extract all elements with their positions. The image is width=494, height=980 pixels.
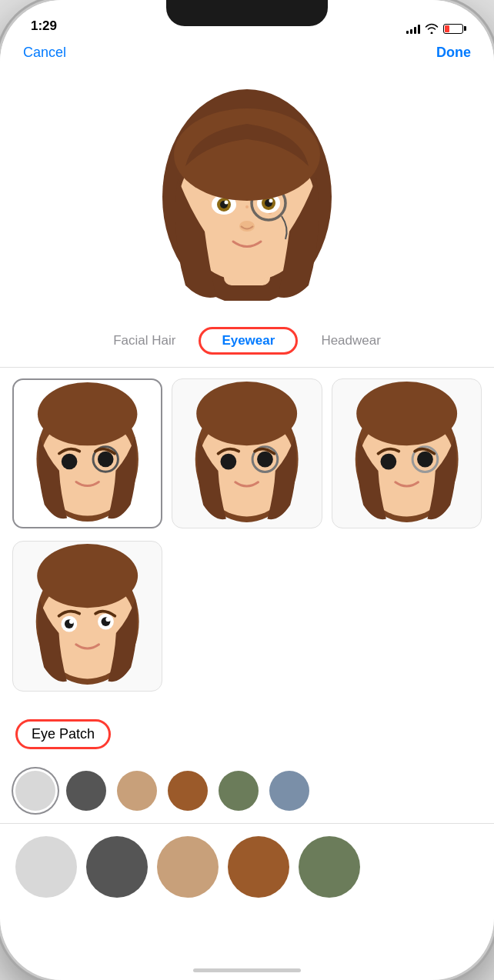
grid-item-monocle-3[interactable] <box>332 378 482 528</box>
color-swatch-dark-gray[interactable] <box>66 771 106 811</box>
bottom-item-1[interactable] <box>15 836 77 898</box>
color-swatch-olive[interactable] <box>219 771 259 811</box>
screen: 1:29 <box>0 0 494 980</box>
home-indicator <box>193 968 301 972</box>
phone-frame: 1:29 <box>0 0 494 980</box>
label-section: Eye Patch <box>0 713 494 758</box>
signal-bar-4 <box>418 25 420 34</box>
svg-point-40 <box>417 452 433 468</box>
grid-item-monocle-selected[interactable] <box>12 378 162 528</box>
tab-bar: Facial Hair Eyewear Headwear <box>0 316 494 368</box>
avatar-area <box>0 70 494 316</box>
bottom-item-4[interactable] <box>228 836 289 898</box>
color-swatch-blue-gray[interactable] <box>269 771 309 811</box>
cancel-button[interactable]: Cancel <box>23 45 66 61</box>
tab-facial-hair[interactable]: Facial Hair <box>90 327 199 355</box>
main-content: 1:29 <box>0 0 494 942</box>
wifi-icon <box>425 23 439 34</box>
svg-point-50 <box>105 617 110 622</box>
svg-point-28 <box>101 455 110 464</box>
svg-point-51 <box>37 544 138 608</box>
grid-memoji-4 <box>13 542 162 690</box>
status-icons <box>406 11 463 34</box>
bottom-item-3[interactable] <box>157 836 219 898</box>
color-picker <box>0 758 494 823</box>
signal-bar-2 <box>410 29 412 34</box>
svg-point-30 <box>38 382 138 445</box>
svg-point-19 <box>269 199 273 203</box>
bottom-item-5[interactable] <box>299 836 360 898</box>
nav-bar: Cancel Done <box>0 38 494 70</box>
color-swatch-tan[interactable] <box>117 771 157 811</box>
color-swatch-light-gray[interactable] <box>15 771 55 811</box>
grid-memoji-1 <box>14 380 161 527</box>
svg-point-9 <box>245 205 249 208</box>
signal-bar-1 <box>406 31 409 34</box>
notch <box>166 0 328 26</box>
svg-point-33 <box>221 454 237 470</box>
grid-memoji-2 <box>172 379 321 528</box>
battery-icon <box>443 24 463 34</box>
memoji-preview <box>147 78 347 301</box>
grid-memoji-3 <box>332 379 481 528</box>
svg-point-26 <box>65 457 74 466</box>
bottom-preview <box>0 823 494 910</box>
grid-section <box>0 368 494 713</box>
memoji-svg <box>147 78 347 301</box>
signal-bars <box>406 23 420 34</box>
svg-point-39 <box>380 454 396 470</box>
avatar-grid-row2 <box>12 541 482 691</box>
svg-point-36 <box>197 382 298 445</box>
svg-point-15 <box>225 201 229 205</box>
grid-item-empty-2 <box>172 541 322 691</box>
svg-point-42 <box>356 382 457 445</box>
done-button[interactable]: Done <box>436 45 471 61</box>
tab-eyewear[interactable]: Eyewear <box>199 327 298 355</box>
battery-fill <box>445 25 449 32</box>
tab-headwear[interactable]: Headwear <box>298 327 404 355</box>
bottom-item-2[interactable] <box>86 836 148 898</box>
eye-patch-label: Eye Patch <box>15 719 111 749</box>
avatar-grid-row1 <box>12 378 482 528</box>
signal-bar-3 <box>414 27 416 34</box>
svg-point-34 <box>257 452 273 468</box>
grid-item-no-patch[interactable] <box>12 541 162 691</box>
color-swatch-brown[interactable] <box>168 771 208 811</box>
svg-point-49 <box>69 619 74 624</box>
status-time: 1:29 <box>31 6 57 34</box>
grid-item-monocle-2[interactable] <box>172 378 322 528</box>
grid-item-empty-3 <box>332 541 482 691</box>
